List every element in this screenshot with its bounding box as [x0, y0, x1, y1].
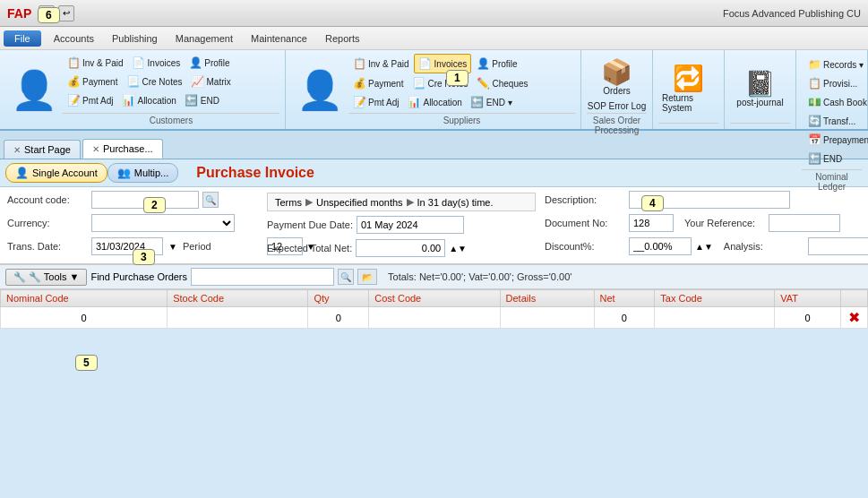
menu-bar: File Accounts Publishing Management Main…: [0, 27, 868, 50]
tab-start-page-label: Start Page: [24, 144, 71, 155]
cell-vat[interactable]: 0: [775, 307, 841, 329]
menu-publishing[interactable]: Publishing: [103, 30, 167, 47]
orders-group-label: Sales Order Processing: [587, 113, 647, 135]
suppliers-payment-btn[interactable]: 💰Payment: [348, 74, 407, 92]
expected-total-arrows: ▲▼: [449, 244, 467, 253]
find-po-input[interactable]: [191, 268, 334, 286]
cell-nominal-code[interactable]: 0: [1, 307, 168, 329]
analysis-label: Analysis:: [724, 241, 804, 252]
discount-row: Discount%: ▲▼ Analysis:: [545, 237, 868, 255]
customers-profile-btn[interactable]: 👤Profile: [185, 54, 233, 72]
invoice-table: Nominal Code Stock Code Qty Cost Code De…: [0, 289, 868, 329]
tools-label: 🔧 Tools: [29, 271, 67, 283]
terms-arrow1: ▶: [305, 196, 313, 208]
tab-purchase-close[interactable]: ✕: [92, 144, 99, 154]
sop-error-log-btn[interactable]: SOP Error Log: [584, 99, 649, 113]
payment-due-input[interactable]: [357, 216, 464, 234]
terms-label: Terms: [275, 197, 302, 208]
nominal-cashbook-btn[interactable]: 💵Cash Book: [804, 93, 868, 111]
nominal-records-btn[interactable]: 📁Records ▾: [804, 56, 867, 73]
discount-input[interactable]: [629, 237, 692, 255]
title-bar: FAP 💾 ↩ Focus Advanced Publishing CU: [0, 0, 868, 27]
your-ref-input[interactable]: [769, 214, 840, 232]
suppliers-end-btn[interactable]: 🔚END ▾: [467, 93, 516, 111]
sub-tab-single-account[interactable]: 👤 Single Account: [5, 163, 107, 183]
suppliers-allocation-btn[interactable]: 📊Allocation: [403, 93, 465, 111]
cell-net[interactable]: 0: [594, 307, 655, 329]
cell-cost-code[interactable]: [369, 307, 500, 329]
customers-pmt-adj-btn[interactable]: 📝Pmt Adj: [63, 91, 116, 109]
menu-file[interactable]: File: [4, 30, 41, 47]
nominal-transf-btn[interactable]: 🔄Transf...: [804, 112, 859, 130]
delete-row-btn[interactable]: ✖: [848, 310, 860, 325]
discount-arrows: ▲▼: [695, 242, 713, 252]
customers-invoices-btn[interactable]: 📄Invoices: [128, 54, 185, 72]
col-actions: [841, 290, 868, 307]
returns-system-btn[interactable]: 🔁 Returns System: [658, 61, 718, 116]
currency-label: Currency:: [7, 218, 88, 228]
callout-3: 3: [133, 249, 155, 265]
tab-purchase[interactable]: ✕ Purchase...: [82, 139, 163, 159]
menu-accounts[interactable]: Accounts: [45, 30, 103, 47]
customers-large-icon: 👤: [11, 68, 57, 112]
description-label: Description:: [545, 194, 625, 205]
cell-stock-code[interactable]: [168, 307, 308, 329]
account-code-search-btn[interactable]: 🔍: [202, 192, 219, 208]
post-journal-group-label: [730, 123, 790, 125]
menu-management[interactable]: Management: [167, 30, 242, 47]
sub-tab-multiple-label: Multip...: [134, 167, 169, 178]
tab-start-page[interactable]: ✕ Start Page: [4, 140, 81, 159]
tools-icon: 🔧: [13, 271, 26, 283]
callout-2: 2: [143, 197, 166, 213]
customers-matrix-btn[interactable]: 📈Matrix: [186, 73, 234, 90]
nominal-provisi-btn[interactable]: 📋Provisi...: [804, 74, 861, 92]
col-vat: VAT: [775, 290, 841, 307]
suppliers-profile-btn[interactable]: 👤Profile: [472, 54, 520, 73]
doc-no-input[interactable]: [629, 214, 674, 232]
toolbar: 🔧 🔧 Tools ▼ Find Purchase Orders 🔍 📂 Tot…: [0, 264, 868, 289]
terms-time: In 31 day(s) time.: [417, 197, 494, 208]
undo-button[interactable]: ↩: [58, 5, 74, 21]
ribbon-group-customers: 👤 📋Inv & Paid 📄Invoices 👤Profile 💰Paymen…: [0, 50, 286, 129]
find-po-browse-btn[interactable]: 📂: [357, 269, 377, 285]
callout-6: 6: [38, 7, 60, 23]
col-qty: Qty: [308, 290, 369, 307]
cell-tax-code[interactable]: [655, 307, 775, 329]
nominal-end-btn[interactable]: 🔚END: [804, 150, 846, 167]
customers-cre-notes-btn[interactable]: 📃Cre Notes: [122, 73, 185, 90]
doc-no-row: Document No: Your Reference:: [545, 214, 868, 232]
doc-no-label: Document No:: [545, 218, 625, 228]
suppliers-pmt-adj-btn[interactable]: 📝Pmt Adj: [348, 93, 402, 111]
tab-purchase-label: Purchase...: [103, 143, 153, 154]
find-po-search-btn[interactable]: 🔍: [338, 269, 354, 285]
cell-delete[interactable]: ✖: [841, 307, 868, 329]
tab-start-page-close[interactable]: ✕: [13, 145, 21, 155]
nominal-prepayments-btn[interactable]: 📅Prepayments: [804, 131, 868, 149]
col-tax-code: Tax Code: [655, 290, 775, 307]
post-journal-btn[interactable]: 📓 post-journal: [733, 65, 786, 111]
menu-maintenance[interactable]: Maintenance: [242, 30, 316, 47]
ribbon-group-post-journal: 📓 post-journal: [725, 50, 796, 129]
totals-label: Totals: Net='0.00'; Vat='0.00'; Gross='0…: [388, 271, 572, 282]
customers-end-btn[interactable]: 🔚END: [181, 91, 223, 109]
expected-total-input[interactable]: [356, 239, 445, 257]
currency-dropdown[interactable]: [91, 214, 235, 232]
suppliers-large-icon: 👤: [296, 68, 343, 112]
suppliers-inv-paid-btn[interactable]: 📋Inv & Paid: [348, 54, 413, 73]
menu-reports[interactable]: Reports: [316, 30, 369, 47]
tools-btn[interactable]: 🔧 🔧 Tools ▼: [5, 269, 87, 286]
customers-payment-btn[interactable]: 💰Payment: [63, 73, 121, 90]
cell-details[interactable]: [500, 307, 594, 329]
analysis-input[interactable]: [808, 237, 868, 255]
suppliers-cheques-btn[interactable]: ✏️Cheques: [472, 74, 531, 92]
customers-inv-paid-btn[interactable]: 📋Inv & Paid: [63, 54, 127, 72]
single-account-icon: 👤: [15, 167, 29, 179]
sub-tab-multiple[interactable]: 👥 Multip...: [107, 163, 179, 183]
orders-btn[interactable]: 📦 Orders: [599, 54, 635, 99]
payment-due-label: Payment Due Date:: [267, 219, 353, 230]
customers-allocation-btn[interactable]: 📊Allocation: [117, 91, 179, 109]
sub-tab-single-label: Single Account: [32, 167, 98, 178]
cell-qty[interactable]: 0: [308, 307, 369, 329]
col-nominal-code: Nominal Code: [1, 290, 168, 307]
customers-group-label: Customers: [63, 113, 279, 125]
